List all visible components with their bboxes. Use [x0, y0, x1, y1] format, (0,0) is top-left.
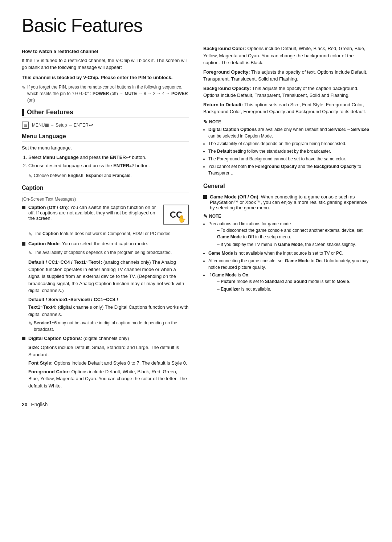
note-icon-1: ✎ — [203, 119, 208, 125]
menu-path-text: MENU▦ → Setup → ENTER⮐ — [32, 123, 93, 128]
note-block-2: ✎ NOTE Precautions and limitations for g… — [203, 213, 370, 292]
how-to-watch-title: How to watch a restricted channel — [22, 48, 189, 55]
fg-opacity-block: Foreground Opacity: This adjusts the opa… — [203, 69, 370, 83]
caption-mode-text: Caption Mode: You can select the desired… — [28, 241, 148, 246]
lang-tip: ✎ Choose between English, Español and Fr… — [28, 172, 189, 180]
bg-color-block: Background Color: Options include Defaul… — [203, 45, 370, 66]
note-item-2: The availability of captions depends on … — [208, 140, 370, 147]
note-icon-2: ✎ — [203, 213, 208, 219]
section-bar — [22, 109, 24, 116]
caption-mode-tip-text: The availability of captions depends on … — [34, 249, 172, 256]
how-to-watch-p1: If the TV is tuned to a restricted chann… — [22, 57, 189, 71]
caption-modes-detail: Default / CC1~CC4 / Text1~Text4: (analog… — [28, 259, 189, 333]
right-column: Background Color: Options include Defaul… — [203, 45, 370, 391]
page-footer: 20 English — [22, 402, 370, 407]
note2-item-1: Precautions and limitations for game mod… — [208, 221, 370, 248]
caption-off-on-item: Caption (Off / On): You can switch the c… — [22, 205, 160, 221]
tip-icon-lang: ✎ — [28, 173, 32, 180]
bg-color-p: Background Color: Options include Defaul… — [203, 45, 370, 66]
page-title: Basic Features — [22, 15, 370, 36]
note-title-2: ✎ NOTE — [203, 213, 370, 219]
service16-tip-text: Service1~6 may not be available in digit… — [34, 320, 189, 333]
note2-item-2: Game Mode is not available when the inpu… — [208, 250, 370, 256]
menu-language-title: Menu Language — [22, 133, 189, 141]
return-default-p: Return to Default: This option sets each… — [203, 101, 370, 115]
caption-off-on-text: Caption (Off / On): You can switch the c… — [28, 205, 160, 221]
blocked-msg: This channel is blocked by V-Chip. Pleas… — [22, 74, 189, 81]
square-icon-3 — [22, 337, 25, 340]
lang-tip-text: Choose between English, Español and Fran… — [34, 172, 132, 179]
note2-sublist-2: Picture mode is set to Standard and Soun… — [213, 278, 370, 292]
step-1: Select Menu Language and press the ENTER… — [28, 154, 189, 161]
game-mode-item: Game Mode (Off / On): When connecting to… — [203, 194, 370, 210]
cc-hand-icon: ✋ — [177, 214, 187, 223]
note2-sub-4b: Equalizer is not available. — [213, 286, 370, 292]
text1-text4-p: Text1~Text4: (digital channels only) The… — [28, 304, 189, 318]
fg-opacity-p: Foreground Opacity: This adjusts the opa… — [203, 69, 370, 83]
font-style-p: Font Style: Options include Default and … — [28, 360, 189, 367]
step-2: Choose desired language and press the EN… — [28, 162, 189, 169]
square-icon-2 — [22, 242, 25, 246]
return-default-block: Return to Default: This option sets each… — [203, 101, 370, 115]
note2-item-4: If Game Mode is On: Picture mode is set … — [208, 272, 370, 292]
note-list-2: Precautions and limitations for game mod… — [208, 221, 370, 292]
note2-sub-4a: Picture mode is set to Standard and Soun… — [213, 278, 370, 285]
default-cc-p: Default / CC1~CC4 / Text1~Text4: (analog… — [28, 259, 189, 294]
caption-mode-item: Caption Mode: You can select the desired… — [22, 241, 189, 246]
digital-caption-text: Digital Caption Options: (digital channe… — [28, 336, 129, 341]
other-features-header: Other Features — [22, 108, 189, 118]
caption-tip1-text: The Caption feature does not work in Com… — [34, 230, 172, 237]
note2-sub-1b: If you display the TV menu in Game Mode,… — [213, 241, 370, 248]
note-title-1: ✎ NOTE — [203, 119, 370, 125]
pin-tip-block: ✎ If you forget the PIN, press the remot… — [22, 84, 189, 103]
note-item-3: The Default setting follow the standards… — [208, 148, 370, 155]
caption-tip1: ✎ The Caption feature does not work in C… — [28, 230, 189, 238]
pin-tip-text: If you forget the PIN, press the remote-… — [27, 84, 189, 103]
default-service-p: Default / Service1~Service6 / CC1~CC4 / — [28, 296, 189, 303]
tip-icon-mode: ✎ — [28, 250, 32, 257]
menu-path: ▦ MENU▦ → Setup → ENTER⮐ — [22, 122, 189, 129]
note-item-5: You cannot set both the Foreground Opaci… — [208, 163, 370, 176]
note2-sublist-1: To disconnect the game console and conne… — [213, 227, 370, 248]
general-title: General — [203, 183, 370, 191]
tip-icon-caption: ✎ — [28, 231, 32, 238]
footer-label: English — [31, 402, 48, 407]
left-column: How to watch a restricted channel If the… — [22, 45, 189, 391]
bg-opacity-block: Background Opacity: This adjusts the opa… — [203, 85, 370, 99]
note-item-1: Digital Caption Options are available on… — [208, 126, 370, 139]
menu-language-steps: Select Menu Language and press the ENTER… — [28, 154, 189, 169]
caption-mode-tip: ✎ The availability of captions depends o… — [28, 249, 189, 257]
fg-color-p: Foreground Color: Options include Defaul… — [28, 368, 189, 390]
menu-lang-desc: Set the menu language. — [22, 144, 189, 152]
note-item-4: The Foreground and Background cannot be … — [208, 156, 370, 162]
note-list-1: Digital Caption Options are available on… — [208, 126, 370, 176]
size-p: Size: Options include Default, Small, St… — [28, 344, 189, 358]
service16-tip: ✎ Service1~6 may not be available in dig… — [28, 320, 189, 333]
note-label-2: NOTE — [209, 214, 221, 219]
caption-title: Caption — [22, 185, 189, 193]
bg-opacity-p: Background Opacity: This adjusts the opa… — [203, 85, 370, 99]
note-label-1: NOTE — [209, 119, 221, 124]
tip-icon-service: ✎ — [28, 320, 32, 327]
cc-box: CC ✋ — [163, 205, 189, 225]
square-icon — [22, 206, 25, 209]
digital-caption-item: Digital Caption Options: (digital channe… — [22, 336, 189, 341]
note2-sub-1a: To disconnect the game console and conne… — [213, 227, 370, 240]
menu-icon: ▦ — [22, 122, 29, 129]
note-block-1: ✎ NOTE Digital Caption Options are avail… — [203, 119, 370, 176]
note2-item-3: After connecting the game console, set G… — [208, 258, 370, 271]
tip-icon: ✎ — [22, 84, 26, 91]
other-features-title: Other Features — [27, 108, 73, 116]
caption-sub: (On-Screen Text Messages) — [22, 196, 189, 202]
digital-caption-options: Size: Options include Default, Small, St… — [28, 344, 189, 389]
page-number: 20 — [22, 402, 28, 407]
game-mode-text: Game Mode (Off / On): When connecting to… — [210, 194, 370, 210]
square-icon-gm — [203, 195, 207, 199]
